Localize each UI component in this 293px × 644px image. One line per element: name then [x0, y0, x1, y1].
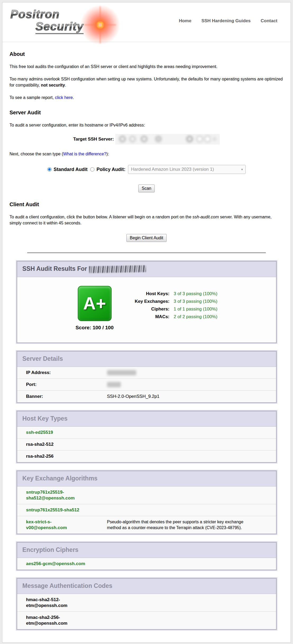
host-key-name: ssh-ed25519	[26, 430, 91, 435]
site-header: Positron Security Home SSH Hardening Gui…	[2, 2, 291, 42]
about-p2-bold: not security	[41, 83, 65, 87]
sample-report-link[interactable]: click here	[55, 95, 73, 100]
host-key-types-table: ssh-ed25519 rsa-sha2-512 rsa-sha2-256	[17, 427, 276, 462]
encryption-ciphers-heading: Encryption Ciphers	[17, 543, 276, 558]
page-content: About This free tool audits the configur…	[2, 51, 291, 642]
cipher-name: aes256-gcm@openssh.com	[26, 561, 91, 567]
ip-address-label: IP Address:	[17, 367, 107, 379]
stat-value-host-keys: 3 of 3 passing (100%)	[174, 291, 217, 296]
ip-address-value	[107, 367, 276, 379]
scan-type-line: Next, choose the scan type (What is the …	[10, 151, 283, 157]
key-exchange-heading: Key Exchange Algorithms	[17, 471, 276, 487]
stat-label-ciphers: Ciphers:	[135, 307, 169, 312]
kex-algorithm-name: kex-strict-s-v00@openssh.com	[26, 519, 91, 531]
host-key-name: rsa-sha2-512	[26, 442, 91, 447]
redacted-hostname	[89, 265, 146, 273]
policy-select-value: Hardened Amazon Linux 2023 (version 1)	[131, 167, 214, 172]
banner-label: Banner:	[17, 391, 107, 402]
sample-report-text: To see a sample report,	[10, 95, 55, 100]
nav-home[interactable]: Home	[179, 18, 191, 24]
kex-algorithm-note: Pseudo-algorithm that denotes the peer s…	[107, 516, 259, 534]
table-row: IP Address:	[17, 367, 276, 379]
macs-heading: Message Authentication Codes	[17, 579, 276, 594]
kex-algorithm-name: sntrup761x25519-sha512	[26, 507, 91, 513]
stat-label-host-keys: Host Keys:	[135, 291, 169, 296]
table-row: hmac-sha2-256-etm@openssh.com	[17, 611, 276, 629]
policy-audit-text: Policy Audit:	[97, 167, 125, 172]
port-label: Port:	[17, 379, 107, 390]
table-row: ssh-ed25519	[17, 427, 276, 438]
positron-security-logo[interactable]: Positron Security	[10, 8, 148, 40]
target-server-label: Target SSH Server:	[73, 137, 114, 142]
host-key-name: rsa-sha2-256	[26, 453, 91, 459]
score-label: Score: 100 / 100	[76, 325, 114, 331]
server-details-table: IP Address: Port: Banner: SSH-2.0-OpenSS…	[17, 367, 276, 402]
sample-report-end: .	[73, 95, 74, 100]
policy-audit-radio-label[interactable]: Policy Audit:	[90, 167, 125, 172]
about-heading: About	[10, 51, 283, 57]
nav-ssh-hardening-guides[interactable]: SSH Hardening Guides	[202, 18, 251, 24]
scan-type-text: Next, choose the scan type (	[10, 152, 63, 156]
grade-column: A+ Score: 100 / 100	[76, 277, 114, 343]
banner-value: SSH-2.0-OpenSSH_9.2p1	[107, 391, 276, 402]
about-paragraph-2: Too many admins overlook SSH configurati…	[10, 76, 283, 88]
standard-audit-radio[interactable]	[47, 167, 52, 172]
kex-algorithm-note	[107, 487, 259, 504]
main-content-card: Positron Security Home SSH Hardening Gui…	[2, 2, 291, 643]
standard-audit-radio-label[interactable]: Standard Audit	[47, 167, 88, 172]
stat-value-ciphers: 1 of 1 passing (100%)	[174, 307, 217, 312]
table-row: hmac-sha2-512-etm@openssh.com	[17, 594, 276, 611]
client-audit-paragraph: To audit a client configuration, click t…	[10, 214, 283, 226]
table-row: Banner: SSH-2.0-OpenSSH_9.2p1	[17, 390, 276, 402]
server-audit-heading: Server Audit	[10, 110, 283, 116]
host-key-types-heading: Host Key Types	[17, 411, 276, 427]
panel-host-key-types: Host Key Types ssh-ed25519 rsa-sha2-512 …	[17, 411, 277, 463]
panel-audit-results: SSH Audit Results For A+ Score: 100 / 10…	[17, 261, 277, 343]
scan-type-controls: Standard Audit Policy Audit: Hardened Am…	[10, 165, 283, 174]
stat-value-macs: 2 of 2 passing (100%)	[174, 314, 217, 319]
client-audit-button-row: Begin Client Audit	[10, 234, 283, 242]
nav-contact[interactable]: Contact	[261, 18, 277, 24]
panel-server-details: Server Details IP Address: Port: Banner:…	[17, 351, 277, 403]
table-row: aes256-gcm@openssh.com	[17, 558, 276, 570]
panel-key-exchange: Key Exchange Algorithms sntrup761x25519-…	[17, 471, 277, 534]
grade-badge: A+	[78, 286, 112, 321]
port-value	[107, 379, 276, 390]
main-nav: Home SSH Hardening Guides Contact	[179, 18, 277, 24]
mac-name: hmac-sha2-512-etm@openssh.com	[26, 597, 91, 609]
macs-table: hmac-sha2-512-etm@openssh.com hmac-sha2-…	[17, 594, 276, 629]
chevron-down-icon: ▾	[241, 168, 243, 171]
policy-audit-radio[interactable]	[90, 167, 94, 172]
scan-button-row: Scan	[10, 184, 283, 192]
server-details-heading: Server Details	[17, 352, 276, 367]
scan-type-end: ):	[106, 152, 109, 156]
panel-encryption-ciphers: Encryption Ciphers aes256-gcm@openssh.co…	[17, 542, 277, 570]
policy-select[interactable]: Hardened Amazon Linux 2023 (version 1) ▾	[128, 165, 246, 174]
audit-results-body: A+ Score: 100 / 100 Host Keys: 3 of 3 pa…	[17, 277, 276, 343]
kex-algorithm-name: sntrup761x25519-sha512@openssh.com	[26, 489, 91, 501]
redacted-port-value	[107, 382, 121, 387]
about-paragraph-1: This free tool audits the configuration …	[10, 64, 283, 70]
standard-audit-text: Standard Audit	[54, 167, 88, 172]
grade-letter: A+	[83, 293, 106, 313]
about-paragraph-3: To see a sample report, click here.	[10, 94, 283, 101]
audit-results-title-text: SSH Audit Results For	[22, 265, 87, 272]
key-exchange-table: sntrup761x25519-sha512@openssh.com sntru…	[17, 487, 276, 534]
table-row: rsa-sha2-256	[17, 450, 276, 462]
redacted-ip-value	[107, 370, 136, 375]
scan-button[interactable]: Scan	[138, 184, 155, 192]
table-row: rsa-sha2-512	[17, 438, 276, 450]
client-audit-text: To audit a client configuration, click t…	[10, 215, 193, 219]
target-server-input-redacted[interactable]	[115, 134, 220, 145]
results-stats: Host Keys: 3 of 3 passing (100%) Key Exc…	[135, 277, 217, 343]
logo-text-line1: Positron	[10, 8, 59, 20]
kex-algorithm-note	[107, 504, 259, 516]
begin-client-audit-button[interactable]: Begin Client Audit	[126, 234, 167, 242]
scan-type-difference-link[interactable]: What is the difference?	[63, 152, 106, 156]
section-divider	[27, 253, 265, 253]
logo-flare-icon	[78, 5, 123, 45]
logo-text-line2: Security	[35, 20, 84, 34]
table-row: sntrup761x25519-sha512	[17, 504, 276, 516]
client-audit-heading: Client Audit	[10, 201, 283, 208]
about-p2-end: .	[65, 83, 66, 87]
